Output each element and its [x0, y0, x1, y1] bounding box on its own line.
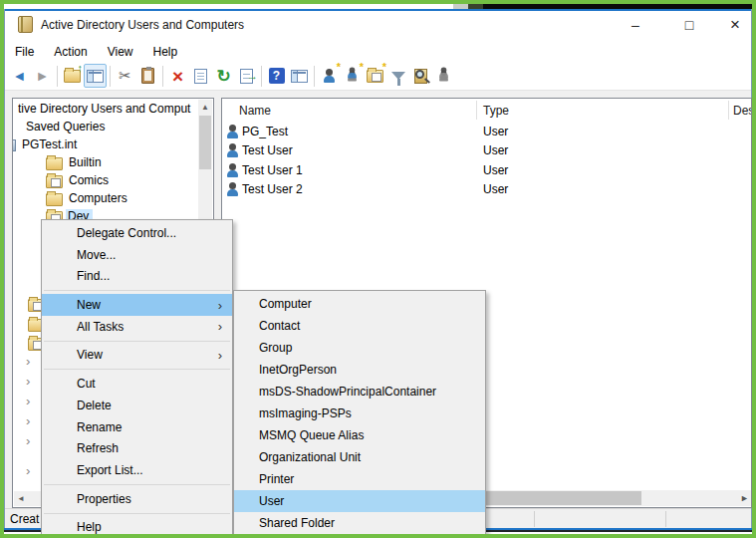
column-header-description[interactable]: Des	[733, 99, 752, 122]
chevron-right-icon: ›	[26, 375, 30, 388]
folder-icon	[46, 193, 63, 206]
list-row-test-user[interactable]: Test User User	[222, 141, 751, 160]
menubar: File Action View Help	[5, 41, 751, 62]
toolbar-separator	[261, 66, 262, 87]
chevron-right-icon: ›	[26, 434, 30, 447]
new-ou-icon[interactable]: *	[364, 64, 386, 88]
menu-item-delegate-control[interactable]: Delegate Control...	[42, 222, 232, 244]
submenu-item-printer[interactable]: Printer	[234, 468, 485, 490]
folder-icon	[46, 157, 63, 170]
special-group-icon[interactable]	[432, 64, 455, 88]
forward-icon[interactable]: ►	[31, 64, 54, 88]
tree-item-computers[interactable]: Computers	[13, 190, 213, 208]
submenu-item-user[interactable]: User	[234, 490, 485, 512]
cut-icon[interactable]: ✂	[114, 64, 136, 88]
menu-file[interactable]: File	[5, 43, 44, 61]
aduc-window: Active Directory Users and Computers – □…	[0, 0, 756, 538]
tree-item-builtin[interactable]: Builtin	[13, 154, 213, 172]
new-user-icon[interactable]: *	[318, 64, 341, 88]
menu-item-view[interactable]: View›	[42, 345, 232, 367]
new-window-icon[interactable]	[288, 64, 311, 88]
menu-separator	[42, 287, 232, 294]
menu-item-rename[interactable]: Rename	[42, 416, 232, 438]
column-separator[interactable]	[728, 101, 729, 120]
domain-icon	[13, 139, 16, 151]
menu-item-export-list[interactable]: Export List...	[42, 459, 232, 481]
chevron-right-icon: ›	[26, 395, 30, 407]
new-group-icon[interactable]: *	[341, 64, 364, 88]
menu-help[interactable]: Help	[143, 43, 188, 61]
toolbar: ◄ ► ↑ ✂ × ↻ → ? * * *	[5, 62, 751, 91]
properties-icon[interactable]	[189, 64, 212, 88]
submenu-item-organizational-unit[interactable]: Organizational Unit	[234, 446, 485, 468]
paste-icon[interactable]	[136, 64, 159, 88]
user-icon	[226, 182, 239, 196]
user-icon	[226, 143, 239, 157]
menu-item-refresh[interactable]: Refresh	[42, 438, 232, 460]
refresh-icon[interactable]: ↻	[212, 64, 235, 88]
submenu-item-msimaging-psps[interactable]: msImaging-PSPs	[234, 403, 485, 424]
filter-icon[interactable]	[386, 64, 409, 88]
submenu-arrow-icon: ›	[218, 348, 222, 363]
list-row-pg-test[interactable]: PG_Test User	[222, 123, 751, 141]
minimize-button[interactable]: –	[619, 13, 652, 37]
submenu-item-shared-folder[interactable]: Shared Folder	[234, 512, 485, 534]
menu-item-delete[interactable]: Delete	[42, 395, 232, 416]
back-icon[interactable]: ◄	[8, 64, 31, 88]
user-icon	[226, 163, 239, 177]
export-list-icon[interactable]: →	[235, 64, 258, 88]
column-header-type[interactable]: Type	[483, 99, 509, 122]
column-header-name[interactable]: Name	[239, 99, 271, 122]
submenu-item-msmq-queue-alias[interactable]: MSMQ Queue Alias	[234, 424, 485, 446]
help-icon[interactable]: ?	[265, 64, 288, 88]
tree-item-saved-queries[interactable]: Saved Queries	[13, 119, 213, 136]
menu-item-help[interactable]: Help	[42, 517, 232, 538]
menu-separator	[42, 366, 232, 373]
status-divider	[534, 511, 535, 527]
list-row-test-user-2[interactable]: Test User 2 User	[222, 180, 751, 199]
find-icon[interactable]	[409, 64, 432, 88]
menu-item-cut[interactable]: Cut	[42, 373, 232, 395]
chevron-right-icon: ›	[26, 464, 30, 477]
status-text: Creat	[10, 512, 39, 526]
column-separator[interactable]	[476, 101, 477, 120]
scroll-left-icon[interactable]: ◄	[17, 494, 25, 503]
menu-view[interactable]: View	[98, 43, 143, 61]
toolbar-separator	[110, 66, 111, 87]
menu-separator	[42, 338, 232, 345]
chevron-right-icon: ›	[26, 355, 30, 368]
show-console-tree-icon[interactable]	[84, 64, 107, 88]
submenu-item-group[interactable]: Group	[234, 337, 485, 359]
scrollbar-thumb[interactable]	[199, 116, 211, 169]
up-one-level-icon[interactable]: ↑	[61, 64, 84, 88]
scroll-right-icon[interactable]: ►	[740, 490, 749, 506]
menu-item-properties[interactable]: Properties	[42, 488, 232, 510]
submenu-arrow-icon: ›	[218, 319, 222, 334]
toolbar-separator	[57, 66, 58, 87]
tree-item-comics[interactable]: Comics	[13, 172, 213, 190]
submenu-item-computer[interactable]: Computer	[234, 293, 485, 315]
submenu-item-inetorgperson[interactable]: InetOrgPerson	[234, 359, 485, 381]
toolbar-separator	[314, 66, 315, 87]
submenu-item-msds-shadowprincipalcontainer[interactable]: msDS-ShadowPrincipalContainer	[234, 381, 485, 403]
menu-action[interactable]: Action	[44, 43, 97, 61]
menu-item-find[interactable]: Find...	[42, 266, 232, 288]
window-title: Active Directory Users and Computers	[41, 18, 244, 32]
tree-item-domain[interactable]: PGTest.int	[13, 136, 213, 154]
context-menu: Delegate Control... Move... Find... New›…	[41, 219, 233, 536]
scroll-up-icon[interactable]: ▲	[198, 100, 212, 114]
list-row-test-user-1[interactable]: Test User 1 User	[222, 161, 751, 180]
maximize-button[interactable]: □	[672, 13, 706, 37]
submenu-item-contact[interactable]: Contact	[234, 315, 485, 337]
chevron-right-icon: ›	[26, 414, 30, 427]
delete-icon[interactable]: ×	[166, 64, 189, 88]
titlebar: Active Directory Users and Computers – □…	[5, 11, 751, 41]
status-divider	[665, 511, 666, 527]
menu-item-new[interactable]: New›	[42, 294, 232, 316]
menu-separator	[42, 481, 232, 488]
menu-item-all-tasks[interactable]: All Tasks›	[42, 316, 232, 338]
menu-item-move[interactable]: Move...	[42, 244, 232, 266]
aduc-console-icon	[18, 16, 33, 33]
close-button[interactable]: ×	[718, 13, 752, 37]
tree-item-root[interactable]: tive Directory Users and Comput	[13, 101, 213, 119]
